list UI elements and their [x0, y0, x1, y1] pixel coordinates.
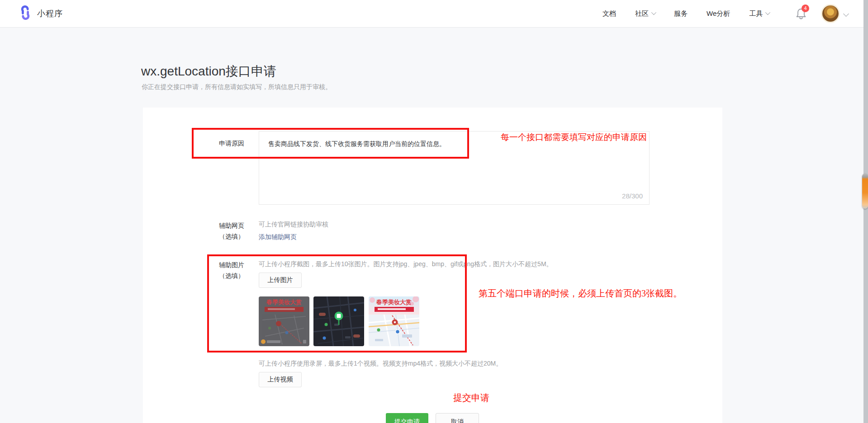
- nav-item-community[interactable]: 社区: [635, 9, 655, 18]
- page-subtitle: 你正在提交接口申请，所有信息请如实填写，所填信息只用于审核。: [142, 83, 332, 91]
- nav-item-tools-label: 工具: [749, 9, 763, 18]
- aux-web-label: 辅助网页 （选填）: [190, 220, 244, 242]
- nav-item-services-label: 服务: [674, 9, 688, 18]
- notifications-button[interactable]: 4: [795, 7, 809, 21]
- submit-application-button[interactable]: 提交申请: [386, 413, 428, 423]
- cancel-button[interactable]: 取消: [436, 413, 479, 423]
- page-title: wx.getLocation接口申请: [141, 63, 276, 80]
- upload-image-button[interactable]: 上传图片: [259, 273, 302, 288]
- user-avatar[interactable]: [822, 5, 839, 22]
- mini-program-logo[interactable]: 小程序: [18, 5, 63, 22]
- notification-count-badge: 4: [802, 5, 809, 12]
- video-hint: 可上传小程序使用录屏，最多上传1个视频。视频支持mp4格式，视频大小不超过20M…: [259, 360, 502, 368]
- scrollbar-thumb-indicator[interactable]: [862, 174, 868, 209]
- annotation-note-submit: 提交申请: [453, 392, 489, 404]
- top-navigation-bar: 小程序 文档 社区 服务 We分析 工具: [0, 0, 868, 28]
- aux-web-label-line1: 辅助网页: [190, 220, 244, 231]
- nav-item-weanalytics-label: We分析: [707, 9, 730, 18]
- mini-program-console-screen: 小程序 文档 社区 服务 We分析 工具: [0, 0, 868, 423]
- char-counter: 28/300: [622, 192, 643, 200]
- aux-web-hint: 可上传官网链接协助审核: [259, 221, 328, 229]
- nav-item-docs-label: 文档: [602, 9, 616, 18]
- aux-image-label-line1: 辅助图片: [190, 259, 244, 270]
- nav-item-community-label: 社区: [635, 9, 649, 18]
- annotation-note-screenshots: 第五个端口申请的时候，必须上传首页的3张截图。: [479, 287, 682, 300]
- aux-image-label-line2: （选填）: [190, 270, 244, 281]
- upload-video-button[interactable]: 上传视频: [259, 372, 302, 387]
- chevron-down-icon: [765, 9, 770, 14]
- aux-web-label-line2: （选填）: [190, 231, 244, 242]
- nav-item-services[interactable]: 服务: [674, 9, 688, 18]
- nav-item-weanalytics[interactable]: We分析: [707, 9, 730, 18]
- uploaded-screenshot-promo-map-dark[interactable]: 春季美妆大赏: [259, 296, 309, 346]
- screenshot1-banner-text: 春季美妆大赏: [266, 299, 302, 306]
- aux-image-hint: 可上传小程序截图，最多上传10张图片。图片支持jpg、jpeg、bmp、gif或…: [259, 260, 553, 268]
- nav-item-tools[interactable]: 工具: [749, 9, 769, 18]
- aux-image-label: 辅助图片 （选填）: [190, 259, 244, 281]
- screenshot3-banner-text: 春季美妆大赏: [376, 299, 412, 306]
- uploaded-screenshot-promo-map-light[interactable]: 春季美妆大赏: [369, 296, 419, 346]
- mini-program-logo-icon: [18, 5, 33, 22]
- header-nav: 文档 社区 服务 We分析 工具: [602, 0, 769, 28]
- add-aux-web-link[interactable]: 添加辅助网页: [259, 233, 297, 241]
- scrollbar-track[interactable]: [863, 0, 868, 423]
- annotation-note-reason: 每一个接口都需要填写对应的申请原因: [501, 132, 647, 143]
- uploaded-screenshot-night-map-with-pin[interactable]: [313, 296, 364, 346]
- reason-label: 申请原因: [190, 138, 244, 149]
- nav-item-docs[interactable]: 文档: [602, 9, 616, 18]
- chevron-down-icon: [651, 9, 656, 14]
- logo-label: 小程序: [37, 8, 63, 19]
- bell-icon: [795, 14, 807, 21]
- account-menu-chevron-icon[interactable]: [843, 11, 849, 17]
